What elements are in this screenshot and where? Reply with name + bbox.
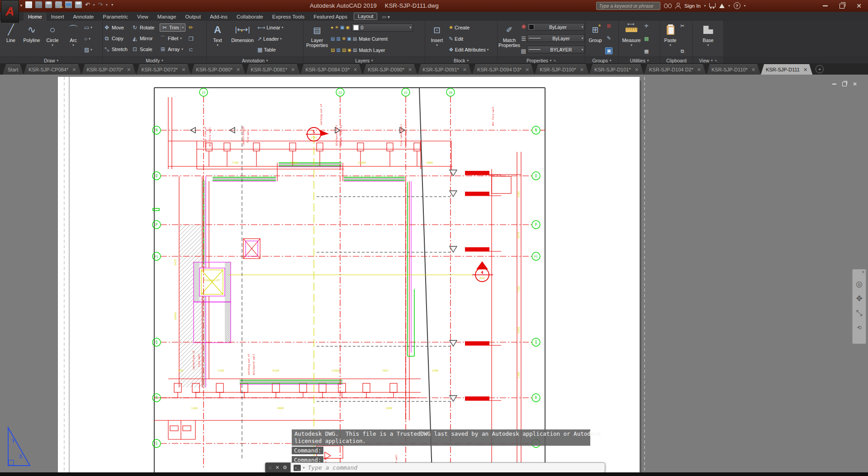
search-icon[interactable]	[664, 4, 672, 8]
layer-lock-icon[interactable]: ▣	[347, 36, 351, 41]
save-as-icon[interactable]	[55, 1, 62, 8]
file-tab-ksr-sjp-d084-d3-[interactable]: KSR-SJP-D084 D3*✕	[300, 64, 362, 75]
ellipse-button[interactable]: ○▾	[84, 34, 92, 43]
sign-in-button[interactable]: Sign In	[684, 3, 701, 9]
open-file-icon[interactable]	[35, 1, 42, 8]
insert-block-button[interactable]: ⊡ Insert▾	[426, 22, 448, 55]
drawing-restore-button[interactable]	[842, 82, 847, 86]
file-tab-ksr-sjp-d090-[interactable]: KSR-SJP-D090*✕	[363, 64, 417, 75]
command-customize-icon[interactable]: ⚙	[283, 465, 287, 471]
drawing-close-button[interactable]: ✕	[853, 82, 857, 86]
close-tab-icon[interactable]: ✕	[580, 67, 584, 73]
new-file-icon[interactable]	[25, 1, 32, 8]
leader-button[interactable]: ↗Leader▾	[257, 34, 283, 43]
undo-caret-icon[interactable]: ▾	[93, 3, 95, 7]
polyline-button[interactable]: ∿ Polyline	[22, 22, 42, 55]
panel-caption-groups[interactable]: Groups▾	[585, 57, 619, 64]
layer-on-icon[interactable]: ●	[331, 25, 333, 30]
recent-commands-caret-icon[interactable]: ▾	[303, 466, 305, 470]
ribbon-tab-home[interactable]: Home	[24, 13, 47, 21]
layer-select-dropdown[interactable]: 0 ▾	[351, 24, 413, 32]
stretch-button[interactable]: ⤡Stretch	[104, 46, 132, 52]
hatch-button[interactable]: ▨▾	[84, 45, 92, 54]
application-menu-button[interactable]: A	[1, 0, 19, 23]
ribbon-tab-featured-apps[interactable]: Featured Apps	[309, 13, 352, 21]
panel-caption-utilities[interactable]: Utilities▾	[619, 57, 660, 64]
undo-icon[interactable]: ↶	[85, 1, 90, 8]
navbar-close-icon[interactable]: ✕	[861, 270, 865, 274]
layer-tool-icon[interactable]: ▤	[331, 36, 335, 41]
layer-tool-icon[interactable]: ▤	[342, 47, 346, 52]
redo-caret-icon[interactable]: ▾	[106, 3, 108, 7]
close-button[interactable]: ✕	[856, 3, 862, 9]
close-tab-icon[interactable]: ✕	[127, 67, 131, 73]
text-button[interactable]: A Text▾	[208, 22, 228, 55]
panel-caption-layers[interactable]: Layers▾	[304, 57, 425, 64]
ungroup-icon[interactable]: ⊠	[607, 23, 611, 29]
ribbon-tab-express-tools[interactable]: Express Tools	[268, 13, 309, 21]
measure-button[interactable]: Measure▾	[620, 22, 643, 55]
panel-caption-block[interactable]: Block▾	[425, 57, 498, 64]
fillet-button[interactable]: ⌒Fillet▾	[160, 35, 188, 42]
paste-button[interactable]: Paste▾	[661, 22, 679, 55]
ribbon-tab-layout[interactable]: Layout	[354, 13, 378, 20]
circle-button[interactable]: ○ Circle▾	[43, 22, 62, 55]
panel-caption-view[interactable]: View▾⇘	[693, 57, 724, 64]
panel-caption-draw[interactable]: Draw▾	[0, 57, 103, 64]
base-button[interactable]: Base▾	[698, 22, 718, 55]
file-tab-ksr-sjp-d094-d3-[interactable]: KSR-SJP-D094 D3*✕	[472, 64, 534, 75]
command-prompt-icon[interactable]: ›_	[294, 465, 301, 471]
file-tab-ksr-sjp-d111[interactable]: KSR-SJP-D111✕	[761, 64, 812, 75]
erase-button[interactable]: ✏	[189, 23, 194, 32]
close-tab-icon[interactable]: ✕	[408, 67, 412, 73]
orbit-icon[interactable]: ⟲	[857, 324, 861, 332]
qat-customize-icon[interactable]: ▼	[111, 3, 114, 6]
command-close-icon[interactable]: ✕	[275, 465, 279, 471]
scale-button[interactable]: ⊡Scale	[132, 46, 160, 52]
close-tab-icon[interactable]: ✕	[697, 67, 701, 73]
copy-clip-icon[interactable]: ⧉	[681, 48, 684, 54]
linear-button[interactable]: ⟷Linear▾	[257, 23, 283, 32]
layer-tool-icon[interactable]: ▥	[336, 47, 340, 52]
ribbon-tab-annotate[interactable]: Annotate	[68, 13, 98, 21]
group-button[interactable]: ⊞ Group	[586, 22, 604, 55]
trim-button[interactable]: ✂Trim▾	[160, 24, 188, 32]
match-layer-icon[interactable]: ▤	[353, 47, 357, 52]
autodesk-app-icon[interactable]	[719, 4, 725, 8]
file-tab-start[interactable]: Start	[3, 64, 23, 75]
explode-button[interactable]: ❒	[189, 34, 194, 43]
close-tab-icon[interactable]: ✕	[291, 67, 295, 73]
command-input[interactable]	[307, 464, 602, 471]
close-tab-icon[interactable]: ✕	[236, 67, 240, 73]
offset-button[interactable]: ⊂	[189, 45, 194, 54]
array-button[interactable]: ⊞Array▾	[160, 46, 188, 52]
ribbon-tab-manage[interactable]: Manage	[153, 13, 181, 21]
cut-icon[interactable]: ✂	[680, 23, 684, 29]
panel-caption-properties[interactable]: Properties▾⇘	[498, 57, 585, 64]
calculator-icon[interactable]: ▦	[644, 48, 649, 54]
help-icon[interactable]: ?	[734, 2, 740, 9]
zoom-icon[interactable]: ⤡	[856, 309, 863, 317]
print-icon[interactable]	[75, 1, 82, 8]
close-tab-icon[interactable]: ✕	[353, 67, 357, 73]
edit-block-button[interactable]: ✎Edit	[449, 34, 489, 43]
store-cart-icon[interactable]	[709, 3, 716, 7]
close-tab-icon[interactable]: ✕	[803, 67, 807, 73]
restore-button[interactable]	[840, 4, 844, 9]
layer-freeze-icon[interactable]: ❄	[342, 36, 346, 41]
file-tab-ksr-sjp-d081-[interactable]: KSR-SJP-D081*✕	[246, 64, 300, 75]
layout-switcher-icon[interactable]: ▭ ▾	[382, 14, 389, 21]
drag-handle-icon[interactable]: ⁞⁞	[269, 466, 272, 470]
layer-tool-icon[interactable]: ▤	[331, 47, 335, 52]
close-tab-icon[interactable]: ✕	[751, 67, 755, 73]
ribbon-tab-add-ins[interactable]: Add-ins	[205, 13, 232, 21]
panel-caption-clipboard[interactable]: Clipboard	[660, 57, 693, 64]
layer-unlock2-icon[interactable]: ◉	[347, 47, 351, 52]
app-caret-icon[interactable]: ▾	[728, 4, 730, 8]
file-tab-ksr-sjp-d110-[interactable]: KSR-SJP-D110*✕	[707, 64, 760, 75]
mirror-button[interactable]: ◭Mirror	[132, 35, 160, 42]
table-button[interactable]: ▦Table	[257, 45, 283, 54]
ribbon-tab-insert[interactable]: Insert	[47, 13, 69, 21]
close-tab-icon[interactable]: ✕	[525, 67, 529, 73]
file-tab-ksr-sjp-d091-[interactable]: KSR-SJP-D091*✕	[417, 64, 472, 75]
